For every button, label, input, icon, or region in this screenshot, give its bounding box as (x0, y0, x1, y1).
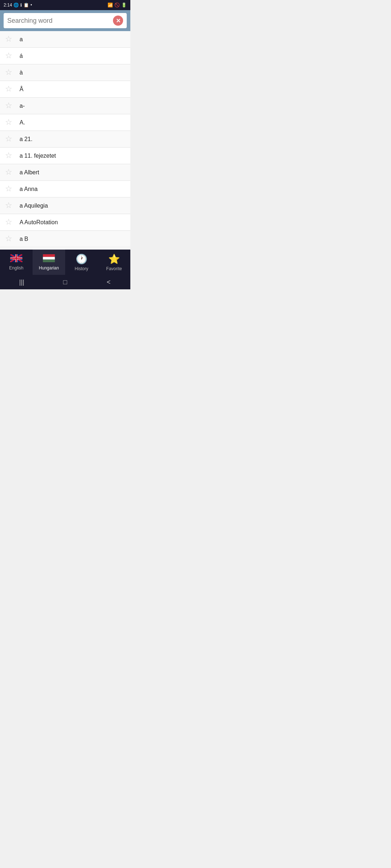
star-icon[interactable]: ☆ (5, 34, 15, 44)
word-text: a (20, 36, 23, 43)
word-text: a 11. fejezetet (20, 153, 56, 159)
star-icon[interactable]: ☆ (5, 167, 15, 178)
word-text: a- (20, 103, 25, 109)
dot-indicator: • (30, 3, 32, 8)
star-icon[interactable]: ☆ (5, 201, 15, 211)
hu-flag-icon (43, 254, 55, 264)
battery-icon: 🔋 (121, 3, 127, 8)
word-text: A. (20, 119, 25, 126)
tab-history-label: History (75, 266, 88, 271)
star-icon[interactable]: ☆ (5, 184, 15, 194)
svg-rect-11 (43, 260, 55, 262)
star-icon[interactable]: ☆ (5, 151, 15, 161)
word-text: A AutoRotation (20, 219, 58, 226)
list-item[interactable]: ☆ A AutoRotation (0, 214, 130, 231)
tab-favorite[interactable]: ⭐ Favorite (98, 250, 130, 275)
nav-bar: ||| □ < (0, 275, 130, 289)
word-text: a Anna (20, 186, 38, 192)
clear-button[interactable]: ✕ (113, 16, 123, 26)
list-item[interactable]: ☆ á (0, 48, 130, 64)
home-button[interactable]: □ (58, 275, 72, 289)
star-icon[interactable]: ☆ (5, 68, 15, 78)
history-clock-icon: 🕐 (76, 254, 87, 265)
search-input-wrapper: ✕ (4, 13, 127, 28)
list-item[interactable]: ☆ A. (0, 114, 130, 131)
word-text: a B (20, 236, 28, 242)
uk-flag-icon (10, 254, 22, 264)
list-item[interactable]: ☆ a 21. (0, 131, 130, 148)
word-text: à (20, 69, 23, 76)
tab-english-label: English (9, 265, 23, 271)
svg-rect-8 (10, 258, 22, 259)
word-text: Â (20, 86, 24, 93)
list-item[interactable]: ☆ a Aquilegia (0, 197, 130, 214)
back-button[interactable]: < (101, 275, 116, 289)
tab-english[interactable]: English (0, 250, 33, 275)
tab-hungarian[interactable]: Hungarian (33, 250, 65, 275)
list-item[interactable]: ☆ a (0, 31, 130, 48)
star-icon[interactable]: ☆ (5, 234, 15, 244)
svg-rect-10 (43, 257, 55, 259)
favorite-star-icon: ⭐ (108, 254, 120, 265)
list-item[interactable]: ☆ a Albert (0, 164, 130, 181)
star-icon[interactable]: ☆ (5, 118, 15, 128)
status-bar: 2:14 🌐 ℹ 📋 • 📶 🚫 🔋 (0, 0, 130, 10)
list-item[interactable]: ☆ a 11. fejezetet (0, 148, 130, 164)
tab-hungarian-label: Hungarian (39, 265, 59, 271)
globe-icon: 🌐 (13, 3, 19, 8)
star-icon[interactable]: ☆ (5, 51, 15, 61)
word-text: a 21. (20, 136, 33, 142)
tab-history[interactable]: 🕐 History (65, 250, 98, 275)
word-text: a Albert (20, 169, 39, 176)
status-time: 2:14 (4, 3, 12, 8)
word-list: ☆ a ☆ á ☆ à ☆ Â ☆ a- ☆ A. ☆ a 21. ☆ a 11… (0, 31, 130, 250)
wifi-icon: 📶 (108, 3, 113, 8)
star-icon[interactable]: ☆ (5, 84, 15, 94)
list-item[interactable]: ☆ Â (0, 81, 130, 98)
star-icon[interactable]: ☆ (5, 134, 15, 144)
status-right: 📶 🚫 🔋 (108, 3, 127, 8)
clipboard-icon: 📋 (24, 3, 29, 8)
status-left: 2:14 🌐 ℹ 📋 • (4, 3, 32, 8)
search-input[interactable] (7, 17, 113, 25)
word-text: á (20, 53, 23, 59)
list-item[interactable]: ☆ a Anna (0, 181, 130, 197)
list-item[interactable]: ☆ a- (0, 98, 130, 114)
tab-favorite-label: Favorite (106, 266, 122, 271)
no-calls-icon: 🚫 (114, 3, 120, 8)
star-icon[interactable]: ☆ (5, 101, 15, 111)
word-text: a Aquilegia (20, 203, 48, 209)
search-bar: ✕ (0, 10, 130, 31)
list-item[interactable]: ☆ à (0, 64, 130, 81)
tab-bar: English Hungarian 🕐 History ⭐ Favorite (0, 250, 130, 275)
svg-rect-9 (43, 254, 55, 257)
star-icon[interactable]: ☆ (5, 217, 15, 227)
menu-button[interactable]: ||| (14, 275, 29, 289)
list-item[interactable]: ☆ a B (0, 231, 130, 247)
info-icon: ℹ (20, 3, 22, 8)
